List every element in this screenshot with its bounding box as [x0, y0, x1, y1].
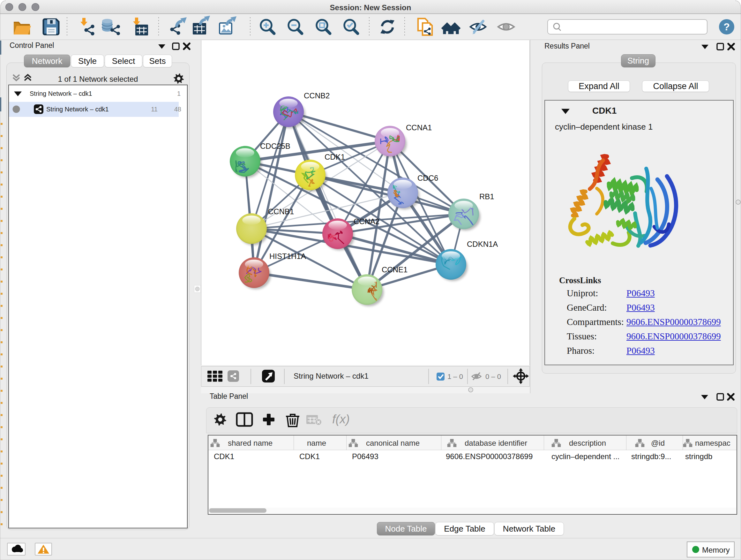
svg-text:CCNA2: CCNA2	[354, 217, 380, 226]
svg-text:CCNB1: CCNB1	[268, 207, 294, 216]
svg-text:CDKN1A: CDKN1A	[467, 240, 498, 248]
svg-text:f(x): f(x)	[332, 413, 350, 426]
svg-text:CDC6: CDC6	[417, 174, 438, 182]
svg-text:CDK1: CDK1	[325, 152, 345, 161]
svg-text:?: ?	[724, 21, 730, 33]
svg-text:CCNE1: CCNE1	[382, 265, 408, 274]
svg-text:RB1: RB1	[479, 192, 494, 201]
svg-text:CCNB2: CCNB2	[304, 91, 330, 100]
svg-text:CDC25B: CDC25B	[260, 142, 290, 150]
svg-text:CCNA1: CCNA1	[406, 123, 432, 132]
svg-text:HIST1H1A: HIST1H1A	[269, 252, 306, 260]
